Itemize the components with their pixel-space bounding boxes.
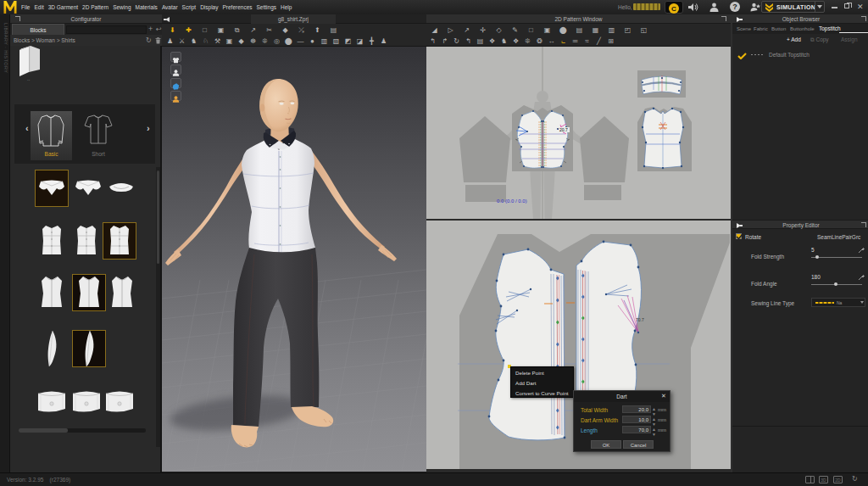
svg-text:70.7: 70.7 bbox=[636, 317, 644, 322]
svg-text:0.0 (0.0 / 0.0): 0.0 (0.0 / 0.0) bbox=[497, 198, 527, 204]
svg-text:20.7: 20.7 bbox=[559, 127, 568, 132]
